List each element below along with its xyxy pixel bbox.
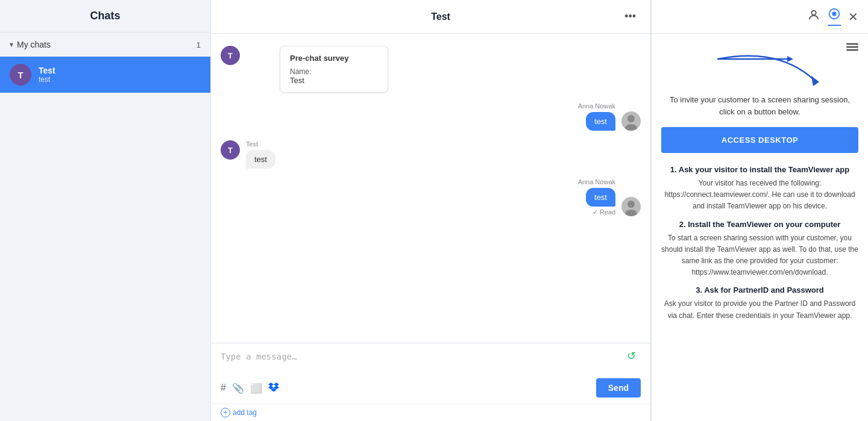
access-desktop-button[interactable]: ACCESS DESKTOP — [661, 127, 858, 153]
survey-name-label: Name: — [290, 67, 378, 76]
add-tag-row[interactable]: + add tag — [211, 404, 650, 421]
my-chats-row[interactable]: ▾ My chats 1 — [0, 33, 210, 57]
agent-message-content-2: Anna Nowak test ✓ Read — [578, 178, 615, 216]
ellipsis-icon: ••• — [624, 10, 636, 23]
svg-point-6 — [811, 11, 816, 15]
step-1-title: 1. Ask your visitor to install the TeamV… — [661, 165, 858, 174]
visitor-avatar-small: T — [221, 46, 240, 65]
sidebar: Chats ▾ My chats 1 T Test test — [0, 0, 211, 421]
refresh-icon-button[interactable]: ↺ — [627, 349, 636, 363]
step-1-text: Your visitor has received the following:… — [661, 178, 858, 213]
chat-header: Test ••• — [211, 0, 650, 34]
chat-preview: test — [39, 75, 201, 84]
profile-icon-button[interactable] — [807, 8, 820, 25]
step-3-title: 3. Ask for PartnerID and Password — [661, 285, 858, 295]
attachment-button[interactable]: 📎 — [232, 382, 244, 394]
agent-bubble-2: test — [586, 188, 615, 207]
add-tag-plus-icon: + — [221, 408, 230, 417]
visitor-bubble: test — [246, 150, 275, 169]
screen-button[interactable]: ⬜ — [250, 382, 262, 394]
input-toolbar: # 📎 ⬜ Send — [221, 378, 641, 398]
message-input[interactable] — [221, 349, 627, 373]
arrow-annotation — [661, 53, 858, 89]
agent-message-row-2: Anna Nowak test ✓ Read — [221, 178, 641, 216]
svg-point-1 — [627, 115, 635, 122]
close-icon: ✕ — [848, 10, 858, 23]
chevron-down-icon: ▾ — [10, 40, 13, 49]
svg-marker-9 — [811, 76, 819, 86]
right-panel: ✕ — [651, 0, 868, 421]
toolbar-icons: # 📎 ⬜ — [221, 381, 596, 394]
chat-list-item[interactable]: T Test test — [0, 57, 210, 93]
svg-point-4 — [627, 201, 635, 208]
step-3-text: Ask your visitor to provide you the Part… — [661, 298, 858, 321]
agent-avatar-2 — [621, 197, 641, 216]
input-area: ↺ # 📎 ⬜ Send — [211, 343, 650, 404]
my-chats-count: 1 — [197, 40, 201, 49]
step-2-title: 2. Install the TeamViewer on your comput… — [661, 220, 858, 229]
invite-text: To invite your customer to a screen shar… — [661, 94, 858, 117]
right-panel-content: To invite your customer to a screen shar… — [652, 34, 868, 421]
visitor-message-row: T Test test — [221, 140, 641, 169]
messages-area: T Pre-chat survey Name: Test Anna Nowak … — [211, 34, 650, 343]
more-options-button[interactable]: ••• — [622, 8, 638, 25]
read-status: ✓ Read — [593, 208, 615, 216]
close-panel-button[interactable]: ✕ — [848, 10, 858, 24]
screen-share-button[interactable] — [828, 7, 841, 26]
hamburger-menu[interactable] — [846, 43, 858, 51]
svg-marker-11 — [787, 56, 793, 62]
add-tag-label: add tag — [233, 408, 257, 417]
survey-title: Pre-chat survey — [290, 54, 378, 63]
dropbox-button[interactable] — [268, 381, 279, 394]
chat-info: Test test — [39, 66, 201, 84]
agent-name-label-2: Anna Nowak — [578, 178, 615, 186]
chat-title: Test — [259, 11, 622, 22]
right-panel-header: ✕ — [652, 0, 868, 34]
chat-name: Test — [39, 66, 201, 75]
agent-avatar-1 — [621, 111, 641, 131]
chat-main: Test ••• T Pre-chat survey Name: Test An… — [211, 0, 651, 421]
send-button[interactable]: Send — [596, 378, 641, 398]
survey-name-value: Test — [290, 76, 378, 85]
hashtag-button[interactable]: # — [221, 382, 226, 393]
sidebar-title: Chats — [0, 0, 210, 33]
avatar: T — [10, 64, 31, 86]
visitor-avatar-small-2: T — [221, 140, 240, 160]
visitor-name-label: Test — [246, 140, 275, 148]
header-icons: ••• — [622, 8, 638, 25]
step-2-text: To start a screen sharing session with y… — [661, 232, 858, 279]
agent-message-row-1: Anna Nowak test — [221, 102, 641, 131]
visitor-message-content: Test test — [246, 140, 275, 169]
svg-point-8 — [832, 11, 836, 16]
refresh-icon: ↺ — [627, 350, 636, 362]
pre-chat-survey-bubble: Pre-chat survey Name: Test — [280, 46, 388, 93]
agent-name-label-1: Anna Nowak — [578, 102, 615, 110]
agent-message-content-1: Anna Nowak test — [578, 102, 615, 131]
agent-bubble-1: test — [586, 112, 615, 131]
my-chats-label: My chats — [17, 40, 197, 49]
pre-chat-row: T Pre-chat survey Name: Test — [221, 46, 641, 93]
